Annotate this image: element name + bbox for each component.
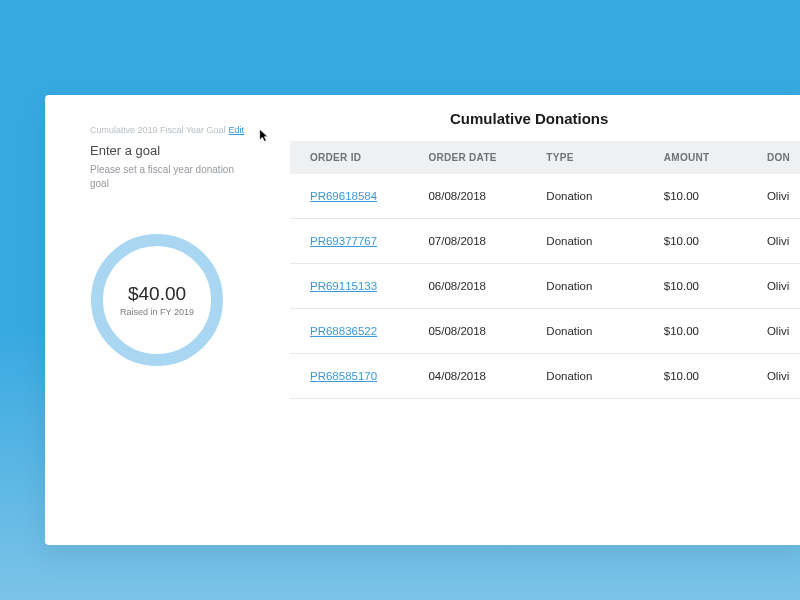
goal-hint-text: Please set a fiscal year donation goal xyxy=(90,163,250,190)
table-row: PR6961858408/08/2018Donation$10.00Olivi xyxy=(290,174,800,219)
cell-type: Donation xyxy=(536,354,653,399)
edit-goal-link[interactable]: Edit xyxy=(229,125,245,135)
order-id-link[interactable]: PR69618584 xyxy=(310,190,377,202)
cursor-icon xyxy=(258,128,272,144)
cell-type: Donation xyxy=(536,309,653,354)
th-order-id: ORDER ID xyxy=(290,141,418,174)
order-id-link[interactable]: PR68585170 xyxy=(310,370,377,382)
cell-donor: Olivi xyxy=(757,309,800,354)
table-row: PR6911513306/08/2018Donation$10.00Olivi xyxy=(290,264,800,309)
table-row: PR6883652205/08/2018Donation$10.00Olivi xyxy=(290,309,800,354)
order-id-link[interactable]: PR68836522 xyxy=(310,325,377,337)
cell-amount: $10.00 xyxy=(654,309,757,354)
dashboard-panel: Cumulative 2019 Fiscal Year Goal Edit En… xyxy=(45,95,800,545)
order-id-link[interactable]: PR69377767 xyxy=(310,235,377,247)
goal-sidebar: Cumulative 2019 Fiscal Year Goal Edit En… xyxy=(45,95,290,545)
cell-type: Donation xyxy=(536,174,653,219)
th-type: TYPE xyxy=(536,141,653,174)
cell-donor: Olivi xyxy=(757,264,800,309)
raised-amount: $40.00 xyxy=(128,283,186,305)
goal-year-label: Cumulative 2019 Fiscal Year Goal xyxy=(90,125,226,135)
cell-order-date: 07/08/2018 xyxy=(418,219,536,264)
cell-type: Donation xyxy=(536,219,653,264)
order-id-link[interactable]: PR69115133 xyxy=(310,280,377,292)
th-amount: AMOUNT xyxy=(654,141,757,174)
table-row: PR6937776707/08/2018Donation$10.00Olivi xyxy=(290,219,800,264)
cell-type: Donation xyxy=(536,264,653,309)
progress-ring: $40.00 Raised in FY 2019 xyxy=(82,225,232,375)
th-order-date: ORDER DATE xyxy=(418,141,536,174)
enter-goal-label: Enter a goal xyxy=(90,143,270,158)
cell-order-date: 04/08/2018 xyxy=(418,354,536,399)
cell-donor: Olivi xyxy=(757,219,800,264)
table-row: PR6858517004/08/2018Donation$10.00Olivi xyxy=(290,354,800,399)
raised-subtext: Raised in FY 2019 xyxy=(120,307,194,317)
cell-amount: $10.00 xyxy=(654,174,757,219)
cell-donor: Olivi xyxy=(757,174,800,219)
cell-amount: $10.00 xyxy=(654,219,757,264)
cell-order-date: 05/08/2018 xyxy=(418,309,536,354)
th-donor: DON xyxy=(757,141,800,174)
cell-amount: $10.00 xyxy=(654,264,757,309)
cell-order-date: 08/08/2018 xyxy=(418,174,536,219)
cell-amount: $10.00 xyxy=(654,354,757,399)
cell-donor: Olivi xyxy=(757,354,800,399)
section-title: Cumulative Donations xyxy=(290,110,800,127)
donations-table: ORDER ID ORDER DATE TYPE AMOUNT DON PR69… xyxy=(290,141,800,399)
donations-section: Cumulative Donations ORDER ID ORDER DATE… xyxy=(290,95,800,545)
cell-order-date: 06/08/2018 xyxy=(418,264,536,309)
